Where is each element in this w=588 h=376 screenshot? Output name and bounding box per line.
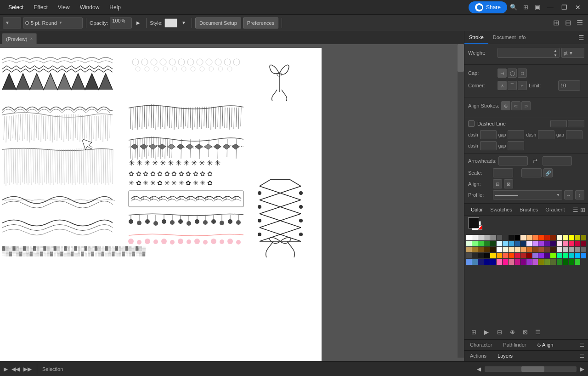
- prev-frame-button[interactable]: ◀◀: [11, 366, 20, 372]
- swatch-cell[interactable]: [503, 241, 508, 246]
- tab-align[interactable]: ◇ Align: [531, 340, 559, 350]
- scale-link-btn[interactable]: 🔗: [543, 168, 553, 177]
- menu-effect[interactable]: Effect: [29, 2, 52, 12]
- swatch-cell[interactable]: [563, 247, 568, 252]
- restore-button[interactable]: ❐: [558, 2, 571, 13]
- swatch-cell[interactable]: [503, 247, 508, 252]
- swatch-cell[interactable]: [497, 241, 502, 246]
- swatch-cell[interactable]: [503, 259, 508, 264]
- panel-icon-2[interactable]: ▶: [481, 327, 492, 337]
- menu-icon[interactable]: ☰: [574, 17, 585, 28]
- tab-pathfinder[interactable]: Pathfinder: [498, 340, 531, 350]
- swatch-cell[interactable]: [497, 259, 502, 264]
- panel-icon-4[interactable]: ⊕: [507, 327, 518, 337]
- swatch-cell[interactable]: [550, 235, 556, 240]
- menu-select[interactable]: Select: [4, 2, 28, 12]
- style-arrow[interactable]: ▼: [179, 17, 188, 28]
- vertical-scrollbar[interactable]: [458, 44, 464, 358]
- prefs-button[interactable]: Preferences: [243, 17, 278, 28]
- swatch-cell[interactable]: [497, 253, 502, 258]
- swatch-cell[interactable]: [472, 235, 478, 240]
- swatch-cell[interactable]: [569, 241, 574, 246]
- tab-actions[interactable]: Actions: [464, 351, 492, 361]
- swatch-cell[interactable]: [484, 253, 490, 258]
- share-button[interactable]: 🔵 Share: [469, 1, 507, 13]
- tab-close[interactable]: ×: [30, 36, 33, 41]
- swatch-cell[interactable]: [472, 247, 478, 252]
- preview-tab[interactable]: (Preview) ×: [2, 33, 37, 44]
- swatch-cell[interactable]: [538, 259, 544, 264]
- arrow-start[interactable]: [498, 156, 528, 165]
- fg-bg-swatch[interactable]: [468, 217, 485, 231]
- menu-window[interactable]: Window: [75, 2, 104, 12]
- swatch-cell[interactable]: [520, 235, 526, 240]
- swatch-cell[interactable]: [497, 235, 502, 240]
- swatch-cell[interactable]: [550, 253, 556, 258]
- swatch-cell[interactable]: [538, 253, 544, 258]
- canvas-area[interactable]: (Preview) ×: [0, 31, 464, 361]
- menu-help[interactable]: Help: [105, 2, 125, 12]
- swatch-cell[interactable]: [569, 253, 574, 258]
- swatch-cell[interactable]: [520, 259, 526, 264]
- corner-bevel-btn[interactable]: ⌐: [518, 81, 527, 90]
- swap-arrow-icon[interactable]: ⇄: [530, 155, 541, 166]
- limit-input[interactable]: [558, 80, 580, 91]
- grid-view-button[interactable]: ⊞: [520, 2, 531, 13]
- gap3-input[interactable]: [508, 141, 524, 150]
- swatch-cell[interactable]: [532, 247, 538, 252]
- swatch-cell[interactable]: [532, 253, 538, 258]
- tab-stroke[interactable]: Stroke: [464, 32, 488, 44]
- swatch-cell[interactable]: [509, 259, 514, 264]
- foreground-swatch[interactable]: [468, 217, 479, 228]
- style-swatch[interactable]: [164, 18, 177, 28]
- swatch-cell[interactable]: [490, 259, 496, 264]
- swatch-cell[interactable]: [569, 247, 574, 252]
- dash2-input[interactable]: [538, 130, 554, 139]
- weight-unit-dropdown[interactable]: pt ▼: [561, 48, 584, 58]
- swatch-grid-view[interactable]: ⊞: [580, 206, 585, 213]
- h-scrollbar-thumb[interactable]: [521, 366, 544, 372]
- opacity-arrow[interactable]: ▶: [134, 17, 143, 28]
- swatch-cell[interactable]: [544, 259, 550, 264]
- brush-name-dropdown[interactable]: 5 pt. Round ▼: [23, 17, 83, 28]
- swatch-cell[interactable]: [544, 241, 550, 246]
- swatch-cell[interactable]: [557, 259, 562, 264]
- cap-round-btn[interactable]: ◯: [508, 68, 517, 78]
- align-center-btn[interactable]: ⊕: [501, 101, 510, 110]
- weight-arrow[interactable]: ▲ ▼: [554, 49, 557, 57]
- swatch-cell[interactable]: [544, 247, 550, 252]
- swatch-cell[interactable]: [478, 247, 484, 252]
- swatch-cell[interactable]: [490, 253, 496, 258]
- gap2-input[interactable]: [566, 130, 582, 139]
- menu-view[interactable]: View: [53, 2, 74, 12]
- swatch-cell[interactable]: [550, 259, 556, 264]
- scale-input-2[interactable]: 100%: [521, 168, 542, 177]
- swatch-cell[interactable]: [526, 241, 532, 246]
- swatch-cell[interactable]: [472, 259, 478, 264]
- swatch-cell[interactable]: [514, 235, 520, 240]
- dash-pattern-2[interactable]: [568, 120, 584, 127]
- swatches-tab[interactable]: Swatches: [486, 205, 516, 214]
- swatch-cell[interactable]: [466, 235, 472, 240]
- swatch-cell[interactable]: [550, 247, 556, 252]
- split-view-button[interactable]: ▣: [532, 2, 543, 13]
- panel-menu-button[interactable]: ☰: [575, 34, 588, 41]
- swatch-cell[interactable]: [557, 235, 562, 240]
- swatch-cell[interactable]: [575, 241, 580, 246]
- horizontal-scrollbar[interactable]: [485, 366, 577, 372]
- next-frame-button[interactable]: ▶▶: [23, 366, 32, 372]
- swatch-cell[interactable]: [509, 241, 514, 246]
- scroll-left-btn[interactable]: ◀: [477, 366, 481, 372]
- swatch-cell[interactable]: [563, 241, 568, 246]
- swatch-cell[interactable]: [550, 241, 556, 246]
- swatch-cell[interactable]: [466, 259, 472, 264]
- swatch-cell[interactable]: [526, 259, 532, 264]
- profile-dropdown[interactable]: ————— ▼: [493, 190, 562, 199]
- scroll-right-btn[interactable]: ▶: [580, 366, 584, 372]
- swatch-cell[interactable]: [466, 253, 472, 258]
- swatch-cell[interactable]: [581, 235, 586, 240]
- dash3-input[interactable]: [480, 141, 497, 150]
- tab-doc-info[interactable]: Document Info: [488, 32, 531, 44]
- swatch-cell[interactable]: [557, 253, 562, 258]
- swatch-cell[interactable]: [563, 259, 568, 264]
